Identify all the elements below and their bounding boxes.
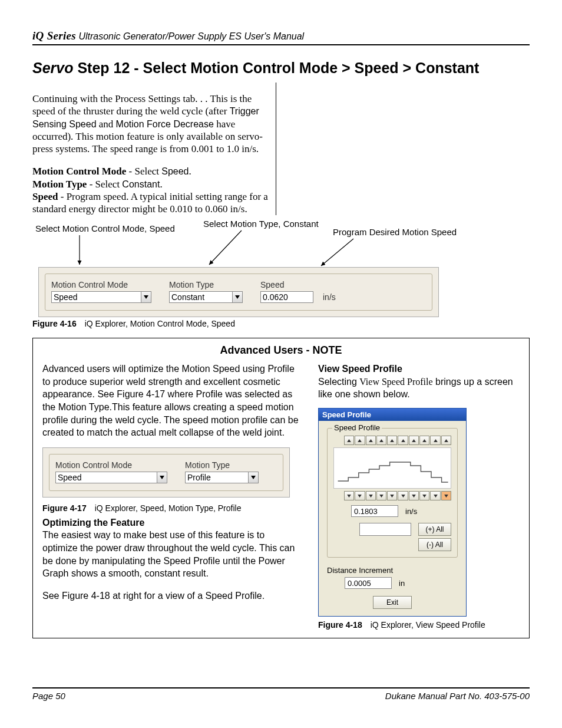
speed-profile-titlebar: Speed Profile <box>319 409 466 421</box>
mcm-label-2: Motion Control Mode <box>55 460 167 470</box>
motion-type-label: Motion Type <box>169 280 243 289</box>
spin-up-button[interactable] <box>419 436 429 445</box>
speed-input[interactable]: 0.0620 <box>260 291 313 303</box>
motion-type-field-2: Motion Type Profile <box>185 460 259 483</box>
note-title: Advanced Users - NOTE <box>42 344 520 357</box>
setting-line-mcm: Motion Control Mode - Select Speed. <box>32 165 271 177</box>
motion-type-field: Motion Type Constant <box>169 280 243 303</box>
spin-down-button[interactable] <box>366 491 376 500</box>
spin-up-button[interactable] <box>387 436 397 445</box>
spin-up-row <box>344 436 451 445</box>
optimize-heading: Optimizing the Feature <box>42 516 302 529</box>
spin-down-button[interactable] <box>344 491 354 500</box>
setting-line-motion-type: Motion Type - Select Constant. <box>32 178 271 190</box>
running-header: iQ Series Ultrasonic Generator/Power Sup… <box>32 29 530 45</box>
chevron-down-icon[interactable] <box>141 292 151 302</box>
speed-profile-unit: in/s <box>405 507 417 516</box>
spin-down-button[interactable] <box>441 491 451 500</box>
page-title: Servo Step 12 - Select Motion Control Mo… <box>32 60 530 77</box>
speed-profile-window: Speed Profile Speed Profile <box>318 408 467 617</box>
spin-down-button[interactable] <box>387 491 397 500</box>
spin-up-button[interactable] <box>398 436 408 445</box>
spin-up-button[interactable] <box>409 436 419 445</box>
spin-up-button[interactable] <box>366 436 376 445</box>
optimize-para-1: The easiest way to make best use of this… <box>42 529 302 579</box>
svg-line-1 <box>209 230 242 265</box>
distance-increment-input[interactable]: 0.0005 <box>345 577 392 589</box>
manual-part-number: Dukane Manual Part No. 403-575-00 <box>385 691 530 701</box>
chevron-down-icon[interactable] <box>157 472 167 483</box>
spin-up-button[interactable] <box>355 436 365 445</box>
mcm-select-2[interactable]: Speed <box>55 472 167 483</box>
mcm-select[interactable]: Speed <box>51 291 151 303</box>
speed-profile-group: Speed Profile <box>327 428 458 558</box>
spin-up-button[interactable] <box>430 436 440 445</box>
chevron-down-icon[interactable] <box>232 292 242 302</box>
spin-up-button[interactable] <box>441 436 451 445</box>
distance-increment-label: Distance Increment <box>327 566 458 575</box>
figure-4-17-caption: Figure 4-17iQ Explorer, Speed, Motion Ty… <box>42 503 302 513</box>
spin-down-button[interactable] <box>430 491 440 500</box>
spin-down-button[interactable] <box>398 491 408 500</box>
svg-line-2 <box>321 239 353 266</box>
spin-up-button[interactable] <box>376 436 386 445</box>
advanced-users-note: Advanced Users - NOTE Advanced users wil… <box>32 338 530 638</box>
spin-down-row <box>344 491 451 500</box>
all-value-input[interactable] <box>359 523 411 536</box>
figure-4-18-caption: Figure 4-18iQ Explorer, View Speed Profi… <box>318 620 520 630</box>
spin-down-button[interactable] <box>419 491 429 500</box>
chevron-down-icon[interactable] <box>248 472 258 483</box>
minus-all-button[interactable]: (-) All <box>418 538 451 551</box>
mcm-field-2: Motion Control Mode Speed <box>55 460 167 483</box>
iq-explorer-panel-fig16: Motion Control Mode Speed Motion Type Co… <box>38 267 439 317</box>
spin-down-button[interactable] <box>355 491 365 500</box>
intro-paragraph: Continuing with the Process Settings tab… <box>32 93 271 155</box>
plus-all-button[interactable]: (+) All <box>418 523 451 536</box>
figure-4-16-caption: Figure 4-16iQ Explorer, Motion Control M… <box>32 319 530 328</box>
motion-type-select[interactable]: Constant <box>169 291 243 303</box>
page-number: Page 50 <box>32 691 65 701</box>
speed-label: Speed <box>260 280 313 289</box>
header-brand: iQ Series <box>32 29 76 42</box>
speed-unit: in/s <box>323 292 336 303</box>
distance-increment-unit: in <box>399 579 405 588</box>
note-left-para: Advanced users will optimize the Motion … <box>42 363 302 439</box>
exit-button[interactable]: Exit <box>373 596 412 609</box>
iq-explorer-panel-fig17: Motion Control Mode Speed Motion Type Pr… <box>42 447 290 498</box>
header-subtitle: Ultrasonic Generator/Power Supply ES Use… <box>76 31 304 41</box>
optimize-para-2: See Figure 4-18 at right for a view of a… <box>42 589 302 602</box>
speed-profile-graph <box>333 447 451 489</box>
spin-down-button[interactable] <box>376 491 386 500</box>
mcm-label: Motion Control Mode <box>51 280 151 289</box>
setting-line-speed: Speed - Program speed. A typical initial… <box>32 190 271 216</box>
motion-type-label-2: Motion Type <box>185 460 259 470</box>
speed-profile-value-input[interactable]: 0.1803 <box>351 505 398 517</box>
speed-profile-legend: Speed Profile <box>332 423 382 432</box>
spin-up-button[interactable] <box>344 436 354 445</box>
spin-down-button[interactable] <box>409 491 419 500</box>
mcm-field: Motion Control Mode Speed <box>51 280 151 303</box>
title-rest: Step 12 - Select Motion Control Mode > S… <box>73 60 479 76</box>
title-servo: Servo <box>32 60 73 76</box>
callouts-block: Select Motion Control Mode, Speed Select… <box>32 219 530 307</box>
view-speed-profile-heading: View Speed Profile <box>318 363 520 375</box>
motion-type-select-2[interactable]: Profile <box>185 472 259 483</box>
page-footer: Page 50 Dukane Manual Part No. 403-575-0… <box>32 687 530 701</box>
speed-field: Speed 0.0620 <box>260 280 313 303</box>
view-speed-profile-para: Selecting View Speed Profile brings up a… <box>318 375 520 401</box>
